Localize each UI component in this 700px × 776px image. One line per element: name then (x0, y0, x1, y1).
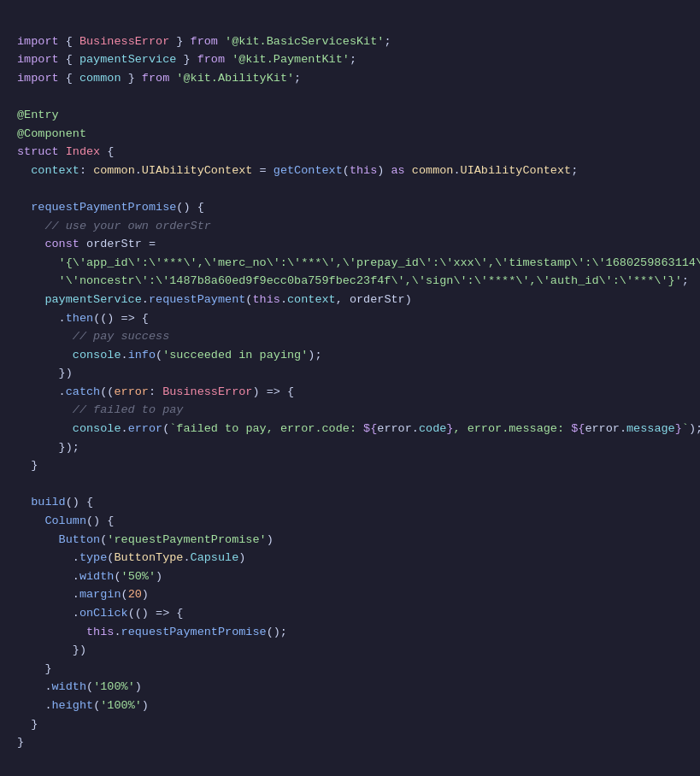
line-19: }) (17, 367, 73, 379)
line-28: Button('requestPaymentPromise') (17, 533, 274, 546)
line-24: } (17, 459, 38, 472)
line-3: import { common } from '@kit.AbilityKit'… (17, 72, 301, 85)
line-35: } (17, 662, 52, 675)
line-11: // use your own orderStr (17, 220, 211, 232)
line-32: .onClick(() => { (17, 607, 183, 620)
line-29: .type(ButtonType.Capsule) (17, 551, 245, 564)
line-27: Column() { (17, 514, 114, 527)
line-8: context: common.UIAbilityContext = getCo… (17, 164, 578, 177)
line-23: }); (17, 441, 79, 454)
line-31: .margin(20) (17, 588, 149, 601)
line-39: } (17, 736, 24, 749)
line-15: paymentService.requestPayment(this.conte… (17, 293, 412, 306)
line-37: .height('100%') (17, 699, 149, 712)
line-20: .catch((error: BusinessError) => { (17, 385, 294, 398)
line-17: // pay success (17, 330, 169, 343)
line-30: .width('50%') (17, 570, 162, 583)
line-21: // failed to pay (17, 403, 183, 416)
line-14: '\'noncestr\':\'1487b8a60ed9f9ecc0ba759f… (17, 274, 689, 287)
line-7: struct Index { (17, 145, 114, 158)
line-12: const orderStr = (17, 238, 156, 250)
line-2: import { paymentService } from '@kit.Pay… (17, 53, 356, 66)
line-34: }) (17, 644, 86, 656)
line-1: import { BusinessError } from '@kit.Basi… (17, 35, 391, 48)
line-10: requestPaymentPromise() { (17, 201, 204, 214)
line-22: console.error(`failed to pay, error.code… (17, 422, 700, 435)
line-33: this.requestPaymentPromise(); (17, 626, 287, 638)
line-18: console.info('succeeded in paying'); (17, 349, 322, 362)
line-26: build() { (17, 496, 93, 509)
line-5: @Entry (17, 109, 59, 121)
line-16: .then(() => { (17, 312, 149, 325)
line-36: .width('100%') (17, 680, 142, 693)
code-editor: import { BusinessError } from '@kit.Basi… (17, 14, 683, 752)
line-6: @Component (17, 127, 86, 140)
line-38: } (17, 718, 38, 731)
line-13: '{\'app_id\':\'***\',\'merc_no\':\'***\'… (17, 256, 700, 269)
